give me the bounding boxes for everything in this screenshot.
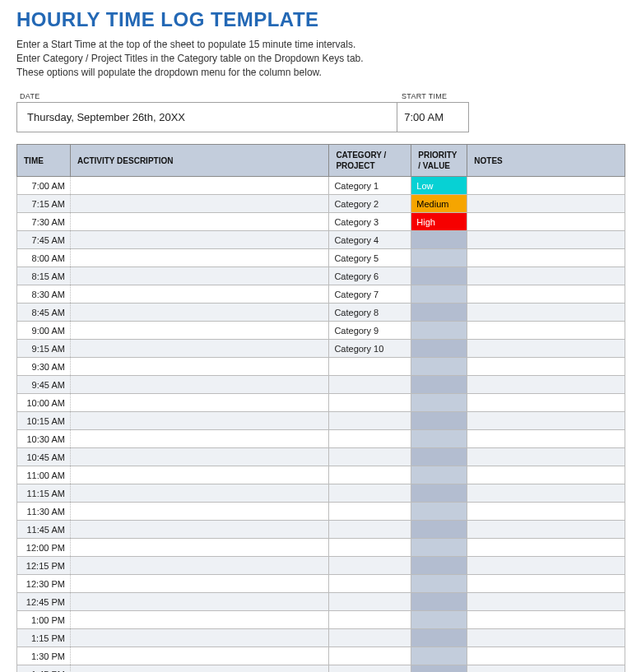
cell-notes[interactable] [467, 213, 625, 231]
cell-category[interactable] [329, 358, 411, 376]
cell-priority[interactable] [411, 647, 467, 665]
cell-category[interactable] [329, 484, 411, 503]
cell-activity[interactable] [70, 213, 328, 231]
cell-category[interactable] [329, 521, 411, 539]
cell-priority[interactable] [411, 249, 467, 267]
date-input[interactable]: Thursday, September 26th, 20XX [17, 103, 397, 132]
cell-activity[interactable] [70, 249, 328, 267]
cell-category[interactable] [329, 629, 411, 647]
cell-activity[interactable] [70, 448, 328, 466]
cell-activity[interactable] [70, 503, 328, 521]
cell-notes[interactable] [467, 466, 625, 484]
cell-notes[interactable] [467, 611, 625, 629]
cell-priority[interactable] [411, 340, 467, 358]
cell-category[interactable] [329, 448, 411, 466]
cell-priority[interactable] [411, 484, 467, 503]
cell-activity[interactable] [70, 358, 328, 376]
cell-activity[interactable] [70, 629, 328, 647]
cell-priority[interactable] [411, 448, 467, 466]
cell-notes[interactable] [467, 629, 625, 647]
cell-activity[interactable] [70, 665, 328, 672]
cell-category[interactable] [329, 466, 411, 484]
cell-category[interactable] [329, 394, 411, 412]
cell-notes[interactable] [467, 412, 625, 430]
cell-priority[interactable] [411, 593, 467, 611]
cell-priority[interactable] [411, 285, 467, 304]
cell-notes[interactable] [467, 177, 625, 195]
cell-activity[interactable] [70, 322, 328, 340]
cell-category[interactable] [329, 412, 411, 430]
cell-activity[interactable] [70, 195, 328, 213]
cell-category[interactable] [329, 593, 411, 611]
cell-priority[interactable] [411, 557, 467, 575]
cell-notes[interactable] [467, 394, 625, 412]
cell-category[interactable]: Category 10 [329, 340, 411, 358]
cell-category[interactable]: Category 1 [329, 177, 411, 195]
cell-activity[interactable] [70, 177, 328, 195]
cell-notes[interactable] [467, 195, 625, 213]
cell-category[interactable] [329, 647, 411, 665]
start-time-input[interactable]: 7:00 AM [397, 103, 468, 132]
cell-priority[interactable] [411, 376, 467, 394]
cell-notes[interactable] [467, 430, 625, 448]
cell-activity[interactable] [70, 412, 328, 430]
cell-notes[interactable] [467, 503, 625, 521]
cell-activity[interactable] [70, 521, 328, 539]
cell-category[interactable] [329, 575, 411, 593]
cell-notes[interactable] [467, 340, 625, 358]
cell-notes[interactable] [467, 358, 625, 376]
cell-priority[interactable] [411, 575, 467, 593]
cell-category[interactable]: Category 7 [329, 285, 411, 304]
cell-category[interactable]: Category 9 [329, 322, 411, 340]
cell-activity[interactable] [70, 430, 328, 448]
cell-priority[interactable] [411, 304, 467, 322]
cell-priority[interactable] [411, 629, 467, 647]
cell-activity[interactable] [70, 593, 328, 611]
cell-priority[interactable] [411, 466, 467, 484]
cell-category[interactable] [329, 557, 411, 575]
cell-notes[interactable] [467, 322, 625, 340]
cell-activity[interactable] [70, 466, 328, 484]
cell-notes[interactable] [467, 376, 625, 394]
cell-category[interactable] [329, 430, 411, 448]
cell-notes[interactable] [467, 249, 625, 267]
cell-category[interactable] [329, 376, 411, 394]
cell-category[interactable] [329, 539, 411, 557]
cell-activity[interactable] [70, 575, 328, 593]
cell-priority[interactable] [411, 611, 467, 629]
cell-priority[interactable]: Medium [411, 195, 467, 213]
cell-notes[interactable] [467, 285, 625, 304]
cell-notes[interactable] [467, 665, 625, 672]
cell-notes[interactable] [467, 557, 625, 575]
cell-priority[interactable] [411, 503, 467, 521]
cell-activity[interactable] [70, 647, 328, 665]
cell-priority[interactable]: High [411, 213, 467, 231]
cell-notes[interactable] [467, 448, 625, 466]
cell-notes[interactable] [467, 539, 625, 557]
cell-priority[interactable] [411, 231, 467, 249]
cell-priority[interactable] [411, 394, 467, 412]
cell-notes[interactable] [467, 647, 625, 665]
cell-category[interactable]: Category 4 [329, 231, 411, 249]
cell-priority[interactable] [411, 539, 467, 557]
cell-priority[interactable] [411, 412, 467, 430]
cell-activity[interactable] [70, 376, 328, 394]
cell-notes[interactable] [467, 521, 625, 539]
cell-priority[interactable] [411, 322, 467, 340]
cell-category[interactable]: Category 5 [329, 249, 411, 267]
cell-notes[interactable] [467, 231, 625, 249]
cell-priority[interactable] [411, 358, 467, 376]
cell-activity[interactable] [70, 304, 328, 322]
cell-notes[interactable] [467, 575, 625, 593]
cell-category[interactable] [329, 611, 411, 629]
cell-activity[interactable] [70, 340, 328, 358]
cell-activity[interactable] [70, 285, 328, 304]
cell-activity[interactable] [70, 611, 328, 629]
cell-category[interactable]: Category 3 [329, 213, 411, 231]
cell-notes[interactable] [467, 304, 625, 322]
cell-priority[interactable] [411, 665, 467, 672]
cell-activity[interactable] [70, 231, 328, 249]
cell-activity[interactable] [70, 394, 328, 412]
cell-category[interactable]: Category 8 [329, 304, 411, 322]
cell-activity[interactable] [70, 557, 328, 575]
